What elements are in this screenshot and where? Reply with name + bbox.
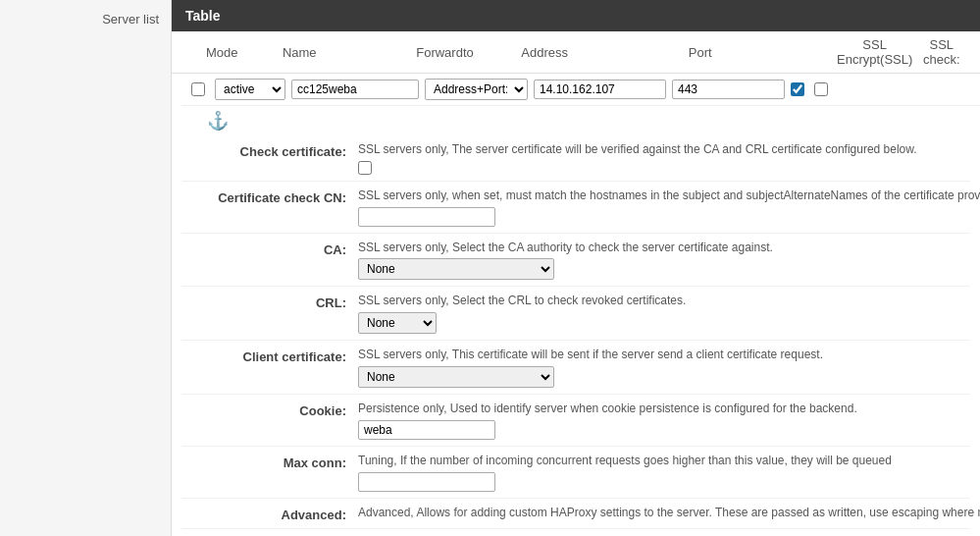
client-cert-row: Client certificate: SSL servers only, Th… [181,341,970,395]
table-header: Table [172,0,980,31]
check-certificate-checkbox[interactable] [358,161,372,175]
ssl-encrypt-checkbox[interactable] [791,82,804,96]
address-input[interactable] [534,80,666,99]
max-conn-label: Max conn: [181,453,358,470]
col-ssl-header: SSL Encrypt(SSL) [837,37,913,67]
col-mode-header: Mode [206,45,283,60]
col-port-header: Port [689,45,837,60]
crl-label: CRL: [181,293,358,310]
crl-select[interactable]: None [358,312,437,334]
mode-select[interactable]: active backup disabled [215,79,285,100]
port-input[interactable] [672,80,785,99]
cookie-label: Cookie: [181,401,358,418]
cookie-input[interactable] [358,420,495,440]
sidebar-label: Server list [102,12,159,27]
server-row: active backup disabled Address+Port: Add… [181,74,980,106]
ca-desc: SSL servers only, Select the CA authorit… [358,240,970,256]
crl-row: CRL: SSL servers only, Select the CRL to… [181,287,970,341]
col-name-header: Name [283,45,416,60]
check-certificate-label: Check certificate: [181,141,358,159]
dns-template-row: DNS template count: If set configures th… [181,529,970,536]
client-cert-desc: SSL servers only, This certificate will … [358,347,970,363]
ca-select[interactable]: None [358,258,554,280]
advanced-desc: Advanced, Allows for adding custom HAPro… [358,505,980,521]
cookie-row: Cookie: Persistence only, Used to identi… [181,395,970,447]
cert-check-cn-label: Certificate check CN: [181,188,358,205]
details-section: Check certificate: SSL servers only, The… [172,135,980,536]
max-conn-desc: Tuning, If the number of incoming concur… [358,453,970,469]
anchor-icon[interactable]: ⚓ [207,111,229,131]
max-conn-input[interactable] [358,472,495,492]
crl-desc: SSL servers only, Select the CRL to chec… [358,293,970,309]
ssl-check-checkbox[interactable] [814,82,828,96]
cert-check-cn-input[interactable] [358,207,495,227]
max-conn-row: Max conn: Tuning, If the number of incom… [181,447,970,499]
col-forwardto-header: Forwardto [416,45,521,60]
col-sslcheck-header: SSL check: [913,37,970,67]
cert-check-cn-desc: SSL servers only, when set, must match t… [358,188,980,204]
ca-label: CA: [181,240,358,257]
client-cert-label: Client certificate: [181,347,358,364]
cookie-desc: Persistence only, Used to identify serve… [358,401,970,417]
check-certificate-row: Check certificate: SSL servers only, The… [181,135,970,182]
forwardto-select[interactable]: Address+Port: Address: Port: [425,79,528,100]
advanced-label: Advanced: [181,505,358,522]
row-checkbox[interactable] [191,82,205,96]
advanced-row: Advanced: Advanced, Allows for adding cu… [181,499,970,529]
name-input[interactable] [291,80,419,99]
ca-row: CA: SSL servers only, Select the CA auth… [181,234,970,288]
column-headers: Mode Name Forwardto Address Port SSL Enc… [172,31,980,74]
cert-check-cn-row: Certificate check CN: SSL servers only, … [181,182,970,234]
col-address-header: Address [521,45,688,60]
client-cert-select[interactable]: None [358,366,554,388]
check-certificate-desc: SSL servers only, The server certificate… [358,141,970,158]
